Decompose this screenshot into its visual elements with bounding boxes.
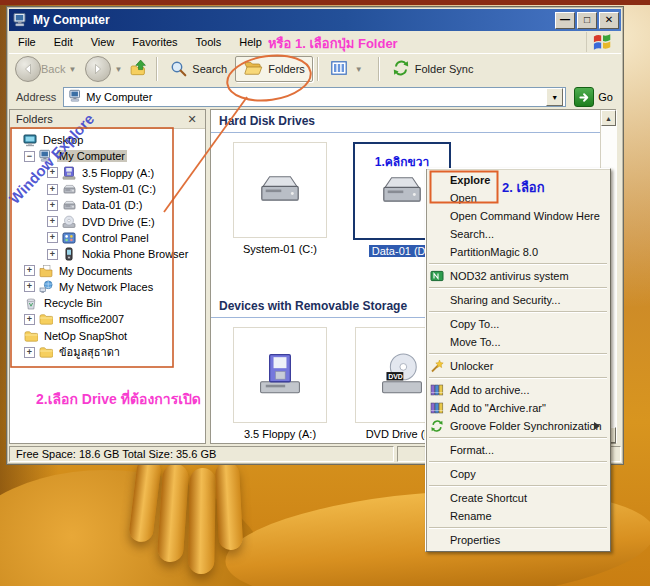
context-menu-item-groove-folder-synchronization[interactable]: Groove Folder Synchronization [426,417,610,435]
context-menu-item-sharing-and-security[interactable]: Sharing and Security... [426,291,610,309]
status-text: Free Space: 18.6 GB Total Size: 35.6 GB [9,446,394,462]
my-computer-small-icon [66,89,86,105]
drive-tile[interactable] [233,327,327,423]
tree-item-label[interactable]: Control Panel [80,232,151,244]
tree-item[interactable]: +My Network Places [10,279,205,295]
context-menu-item-copy[interactable]: Copy [426,465,610,483]
context-menu-item-open-command-window-here[interactable]: Open Command Window Here [426,207,610,225]
back-icon[interactable] [15,56,41,82]
tree-item[interactable]: NetOp SnapShot [10,328,205,344]
context-menu-item-unlocker[interactable]: Unlocker [426,357,610,375]
tree-item-label[interactable]: My Documents [57,265,134,277]
context-menu-item-add-to-archive[interactable]: Add to archive... [426,381,610,399]
address-bar: Address My Computer ▼ Go [9,85,621,110]
tree-item[interactable]: +Data-01 (D:) [10,197,205,213]
expand-icon[interactable]: + [47,167,58,178]
folder-sync-button[interactable]: Folder Sync [384,55,482,83]
menu-favorites[interactable]: Favorites [123,33,186,51]
tree-item-label[interactable]: Recycle Bin [42,297,104,309]
close-button[interactable]: ✕ [599,12,619,29]
context-menu-item-nod32-antivirus-system[interactable]: NOD32 antivirus system [426,267,610,285]
maximize-button[interactable]: □ [577,12,597,29]
drive-label[interactable]: 3.5 Floppy (A:) [244,428,316,440]
hdd-icon [62,198,76,212]
expand-icon[interactable]: + [24,281,35,292]
go-button[interactable] [574,87,594,107]
tree-item[interactable]: +My Documents [10,262,205,278]
forward-icon[interactable] [85,56,111,82]
scroll-up-button[interactable]: ▲ [601,110,616,126]
folders-panel-header: Folders ✕ [10,110,205,129]
context-menu-item-copy-to[interactable]: Copy To... [426,315,610,333]
back-dropdown-icon[interactable]: ▼ [68,65,76,74]
minimize-button[interactable]: — [555,12,575,29]
menu-view[interactable]: View [82,33,124,51]
views-button[interactable]: ▼ [323,57,374,81]
drive-tile[interactable] [233,142,327,238]
menu-edit[interactable]: Edit [45,33,82,51]
tree-item-label[interactable]: 3.5 Floppy (A:) [80,167,156,179]
context-menu-item-properties[interactable]: Properties [426,531,610,549]
context-menu-item-create-shortcut[interactable]: Create Shortcut [426,489,610,507]
folder-sync-icon [392,59,410,79]
tree-item-label[interactable]: ข้อมูลสุธาดา [57,343,122,361]
expand-icon[interactable]: + [24,314,35,325]
menu-tools[interactable]: Tools [187,33,231,51]
address-input[interactable]: My Computer ▼ [63,87,566,107]
expand-icon[interactable]: + [24,347,35,358]
tree-item-label[interactable]: NetOp SnapShot [42,330,129,342]
tree-item[interactable]: −My Computer [10,148,205,164]
tree-item[interactable]: +msoffice2007 [10,311,205,327]
search-button[interactable]: Search [162,56,235,83]
tree-item-label[interactable]: My Computer [57,150,127,162]
menu-help[interactable]: Help [230,33,271,51]
tree-item[interactable]: Recycle Bin [10,295,205,311]
tree-item-label[interactable]: System-01 (C:) [80,183,158,195]
expand-icon[interactable]: + [47,232,58,243]
context-menu-item-explore[interactable]: Explore [426,171,610,189]
context-menu-item-search[interactable]: Search... [426,225,610,243]
tree-item-label[interactable]: msoffice2007 [57,313,126,325]
expand-icon[interactable]: + [47,184,58,195]
tree-item-label[interactable]: Nokia Phone Browser [80,248,190,260]
tree-item[interactable]: Desktop [10,132,205,148]
expand-icon[interactable]: + [47,200,58,211]
folder-tree: Desktop−My Computer+3.5 Floppy (A:)+Syst… [10,132,205,443]
tree-item[interactable]: +DVD Drive (E:) [10,213,205,229]
tree-item[interactable]: +Control Panel [10,230,205,246]
context-menu-item-format[interactable]: Format... [426,441,610,459]
expand-icon[interactable]: + [24,265,35,276]
folders-button[interactable]: Folders [235,56,313,82]
context-menu-item-move-to[interactable]: Move To... [426,333,610,351]
drive-item[interactable]: 3.5 Floppy (A:) [231,327,329,440]
tree-item[interactable]: +ข้อมูลสุธาดา [10,344,205,360]
tree-item-label[interactable]: My Network Places [57,281,155,293]
tree-item-label[interactable]: Desktop [41,134,85,146]
context-menu-item-rename[interactable]: Rename [426,507,610,525]
forward-dropdown-icon[interactable]: ▼ [114,65,122,74]
hddbig-icon [254,167,306,213]
context-menu-item-partitionmagic-8-0[interactable]: PartitionMagic 8.0 [426,243,610,261]
title-bar[interactable]: My Computer — □ ✕ [9,9,621,31]
drive-item[interactable]: System-01 (C:) [231,142,329,257]
context-menu-item-add-to-archive-rar[interactable]: Add to "Archive.rar" [426,399,610,417]
folder-icon [39,345,53,359]
tree-item-label[interactable]: Data-01 (D:) [80,199,145,211]
background-top-strip [0,0,650,5]
collapse-icon[interactable]: − [24,151,35,162]
drive-label[interactable]: System-01 (C:) [243,243,317,255]
folders-panel-close-icon[interactable]: ✕ [185,112,199,126]
unlocker-icon [430,359,444,373]
tree-item[interactable]: +System-01 (C:) [10,181,205,197]
tree-item[interactable]: +3.5 Floppy (A:) [10,165,205,181]
tree-item-label[interactable]: DVD Drive (E:) [80,216,157,228]
context-menu-item-open[interactable]: Open [426,189,610,207]
up-folder-icon[interactable] [129,59,148,79]
tree-item[interactable]: +Nokia Phone Browser [10,246,205,262]
back-button-label[interactable]: Back [41,63,65,75]
menu-file[interactable]: File [9,33,45,51]
address-dropdown-button[interactable]: ▼ [546,88,563,106]
my-computer-icon [13,12,29,28]
expand-icon[interactable]: + [47,216,58,227]
expand-icon[interactable]: + [47,249,58,260]
